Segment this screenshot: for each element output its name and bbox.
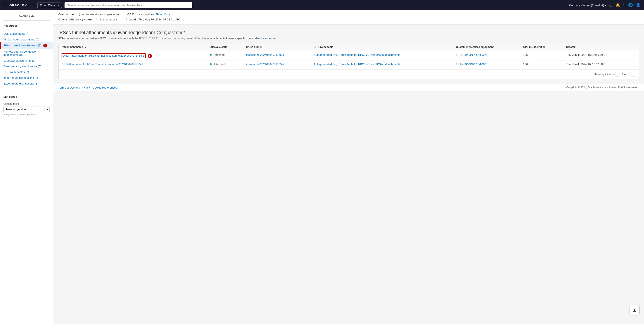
created-label: Created: [126,18,137,21]
col-lifecycle: Lifecycle state [206,43,243,51]
cookies-link[interactable]: Cookie Preferences [93,86,117,89]
compartment-select[interactable]: iwanhoogendoorn [4,106,50,112]
oracle-logo: ORACLE Cloud [9,3,35,7]
cell-lifecycle-2: Attached [206,60,243,70]
list-scope-title: List scope [4,95,50,98]
table-row: DRG Attachment for IPSec Tunnel: ipsectu… [58,60,639,70]
cell-cpe-ike-2: 136.' [520,60,563,70]
row-badge-2: 2 [148,54,152,58]
table-header-row: Attachment name ▲ Lifecycle state IPSec … [58,43,639,51]
page-title-part1: IPSec tunnel attachments [58,30,112,35]
ocid-value: ...vxqqcgvkka [137,13,154,16]
col-cpe-ike: CPE IKE identifier [520,43,563,51]
sidebar-item-remote-peering[interactable]: Remote peering connection attachments (0… [0,49,53,58]
page-title: IPSec tunnel attachments in iwanhoogendo… [58,30,639,35]
compartment-info-value: (root)/network/iwanhoogendoorn [79,13,119,16]
main-content: Compartment: (root)/network/iwanhoogendo… [53,10,644,324]
footer: Terms of Use and Privacy Cookie Preferen… [53,84,644,91]
cell-ipsec-2: ipsectunnel20240604071755-2 [243,60,311,70]
status-dot-2 [210,63,212,65]
sidebar-item-drg-route[interactable]: DRG route tables (7) [0,69,53,75]
hamburger-icon[interactable]: ☰ [4,3,7,7]
sidebar-item-export-route[interactable]: Export route distributions (1) [0,81,53,86]
redundancy-field: Oracle redundancy status: ⚠ Not redundan… [58,18,117,21]
col-attachment-name[interactable]: Attachment name ▲ [58,43,206,51]
terms-link[interactable]: Terms of Use and Privacy [58,86,90,89]
sidebar-item-virtual-circuit[interactable]: Virtual circuit attachments (0) [0,37,53,42]
bell-icon[interactable]: 🔔 [616,3,620,7]
redundancy-value: Not redundant [100,18,117,21]
ipsec-tunnel-link-1[interactable]: ipsectunnel20240604071755-1 [246,53,284,56]
help-widget[interactable]: ⊞ [629,305,640,316]
cpe-link-1[interactable]: TRANSIP-ONPREM-CPE [456,53,488,56]
sidebar-item-vcn[interactable]: VCN attachments (4) [0,31,53,37]
pagination-prev[interactable]: ‹ [616,72,620,77]
col-created: Created [563,43,639,51]
topnav-right: Germany Central (Frankfurt) ▾ ⊡ 🔔 ? 🌐 👤 [569,3,640,7]
ipsec-tunnel-link-2[interactable]: ipsectunnel20240604071755-2 [246,63,284,66]
ocid-field: OCID: ...vxqqcgvkka Show Copy [127,13,170,16]
cell-cpe-2: TRANSIP-ONPREM-CPE [453,60,520,70]
cell-lifecycle-1: Attached [206,51,243,60]
region-selector[interactable]: Germany Central (Frankfurt) ▾ [569,3,606,7]
page-title-compartment: iwanhoogendoorn [118,30,155,35]
monitor-icon[interactable]: ⊡ [609,3,612,7]
lifecycle-status-2: Attached [214,63,224,66]
sidebar-resources-title: Resources [0,21,53,29]
status-dot-1 [210,54,212,56]
ipsec-table: Attachment name ▲ Lifecycle state IPSec … [58,43,639,69]
main-layout: AVAILABLE Resources VCN attachments (4) … [0,10,644,324]
created-field: Created: Thu, May 16, 2024, 07:28:51 UTC [126,18,180,21]
help-icon[interactable]: ? [623,3,625,7]
cell-attachment-name-2: DRG Attachment for IPSec Tunnel: ipsectu… [58,60,206,70]
cell-drg-2: Autogenerated Drg. Route Table for RPC, … [311,60,453,70]
cpe-link-2[interactable]: TRANSIP-ONPREM-CPE [456,63,488,66]
sort-arrow-icon: ▲ [84,46,87,48]
ipsec-badge: 1 [43,44,47,47]
sidebar-available-label: AVAILABLE [0,14,53,19]
lifecycle-status-1: Attached [214,53,224,56]
col-ipsec: IPSec tunnel [243,43,311,51]
footer-left: Terms of Use and Privacy Cookie Preferen… [58,86,117,89]
learn-more-link[interactable]: Learn more. [261,37,276,40]
compartment-info-label: Compartment: [58,13,77,16]
page-title-row: IPSec tunnel attachments in iwanhoogendo… [58,30,639,35]
help-widget-icon: ⊞ [632,308,636,313]
footer-copyright: Copyright © 2024, Oracle and/or its affi… [566,86,639,89]
drg-route-link-2[interactable]: Autogenerated Drg. Route Table for RPC, … [314,63,400,66]
globe-icon[interactable]: 🌐 [628,3,633,7]
sidebar-item-loopback[interactable]: Loopback attachments (0) [0,58,53,63]
cell-created-1: Tue, Jun 4, 2024, 07:17:59 UTC ⋮ [563,51,639,60]
attachment-name-link-1[interactable]: DRG Attachment for IPSec Tunnel: ipsectu… [63,54,144,57]
info-bar: Compartment: (root)/network/iwanhoogendo… [53,10,644,25]
show-link[interactable]: Show [156,13,162,16]
sidebar-item-cross-tenancy[interactable]: Cross-tenancy attachments (0) [0,63,53,69]
col-cpe: Customer-premises equipment [453,43,520,51]
pagination-next[interactable]: › [630,72,635,77]
sidebar: AVAILABLE Resources VCN attachments (4) … [0,10,53,324]
warning-icon: ⚠ [95,18,98,21]
col-drg-route: DRG route table [311,43,453,51]
sidebar-item-ipsec[interactable]: IPSec tunnel attachments (2) 1 [0,42,53,49]
drg-route-link-1[interactable]: Autogenerated Drg. Route Table for RPC, … [314,53,400,56]
topnav: ☰ ORACLE Cloud Cloud Classic > Germany C… [0,0,644,10]
row-menu-2[interactable]: ⋮ [632,63,636,67]
copy-link[interactable]: Copy [164,13,170,16]
attachment-name-link-2[interactable]: DRG Attachment for IPSec Tunnel: ipsectu… [62,63,143,66]
cloud-classic-button[interactable]: Cloud Classic > [37,2,62,8]
page-title-part2: Compartment [156,30,185,35]
cell-cpe-ike-1: 136. [520,51,563,60]
showing-label: Showing 2 items [593,73,614,76]
search-input[interactable] [64,2,192,8]
region-label: Germany Central (Frankfurt) [569,3,604,7]
user-icon[interactable]: 👤 [636,3,640,7]
table-footer: Showing 2 items ‹ 1 of 1 › [58,69,639,79]
cell-ipsec-1: ipsectunnel20240604071755-1 [243,51,311,60]
row-menu-1[interactable]: ⋮ [632,53,636,58]
pagination-info: 1 of 1 [622,73,629,76]
page-body: IPSec tunnel attachments in iwanhoogendo… [53,25,644,84]
compartment-label: Compartment [4,102,50,105]
sidebar-item-import-route[interactable]: Import route distributions (3) [0,75,53,81]
cell-cpe-1: TRANSIP-ONPREM-CPE [453,51,520,60]
cell-drg-1: Autogenerated Drg. Route Table for RPC, … [311,51,453,60]
